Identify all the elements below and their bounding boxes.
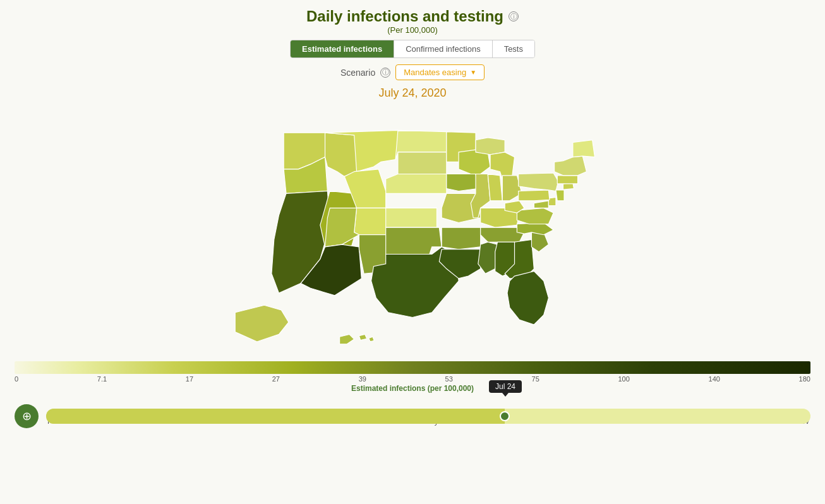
tab-estimated[interactable]: Estimated infections <box>291 40 394 57</box>
timeline-track-container: Jul 24 Feb Today Nov <box>46 400 810 432</box>
scale-label-7: 100 <box>618 375 629 383</box>
state-ny[interactable] <box>519 173 558 191</box>
timeline-progress <box>46 409 505 424</box>
scale-label-8: 140 <box>709 375 720 383</box>
date-label: July 24, 2020 <box>378 87 446 100</box>
state-me-nh-vt[interactable] <box>555 156 587 176</box>
state-hi-main[interactable] <box>340 334 354 344</box>
timeline-section: ⊕ Jul 24 Feb Today Nov <box>15 400 810 432</box>
timeline-handle[interactable] <box>500 411 510 421</box>
color-scale-bar <box>15 361 810 374</box>
state-nc[interactable] <box>517 222 553 234</box>
state-ut[interactable] <box>325 208 359 247</box>
state-ar[interactable] <box>442 227 481 249</box>
state-hi-2[interactable] <box>359 334 366 340</box>
tab-tests[interactable]: Tests <box>493 40 534 57</box>
scenario-label: Scenario <box>340 68 375 78</box>
tabs-row: Estimated infections Confirmed infection… <box>290 40 535 58</box>
scale-label-9: 180 <box>799 375 810 383</box>
state-me[interactable] <box>573 140 595 157</box>
state-hi-3[interactable] <box>369 337 374 342</box>
scale-label-1: 7.1 <box>97 375 107 383</box>
state-fl[interactable] <box>507 271 548 325</box>
state-ak[interactable] <box>235 305 289 342</box>
state-sd[interactable] <box>398 152 447 174</box>
scale-label-5: 53 <box>445 375 453 383</box>
subtitle: (Per 100,000) <box>306 25 519 35</box>
state-co[interactable] <box>354 208 388 234</box>
state-ma[interactable] <box>557 176 577 184</box>
state-md[interactable] <box>534 201 548 208</box>
page-container: Daily infections and testing ⓘ (Per 100,… <box>0 0 825 504</box>
timeline-track[interactable] <box>46 409 810 424</box>
state-mi-up[interactable] <box>476 138 505 155</box>
scale-label-0: 0 <box>15 375 18 383</box>
state-ia[interactable] <box>447 174 478 191</box>
state-id[interactable] <box>325 133 359 176</box>
scenario-row: Scenario ⓘ Mandates easing ▼ <box>340 64 485 80</box>
state-sc[interactable] <box>531 232 548 252</box>
chevron-down-icon: ▼ <box>470 69 476 76</box>
scale-label-2: 17 <box>186 375 193 383</box>
scenario-selected: Mandates easing <box>404 68 466 77</box>
scale-label-6: 75 <box>532 375 539 383</box>
state-ms[interactable] <box>478 242 498 273</box>
us-map <box>191 104 634 356</box>
scenario-info-icon[interactable]: ⓘ <box>380 68 390 78</box>
tab-confirmed[interactable]: Confirmed infections <box>394 40 493 57</box>
scale-label-4: 39 <box>359 375 366 383</box>
timeline-tooltip: Jul 24 <box>489 380 522 393</box>
page-title: Daily infections and testing <box>306 8 503 25</box>
state-ks[interactable] <box>386 208 437 227</box>
timeline-drag-button[interactable]: ⊕ <box>15 404 39 428</box>
title-section: Daily infections and testing ⓘ (Per 100,… <box>306 8 519 35</box>
color-scale-labels: 0 7.1 17 27 39 53 75 100 140 180 <box>15 375 810 383</box>
title-info-icon[interactable]: ⓘ <box>509 11 519 21</box>
state-nj[interactable] <box>556 190 564 201</box>
color-scale-section: 0 7.1 17 27 39 53 75 100 140 180 Estimat… <box>15 361 810 393</box>
scale-label-3: 27 <box>272 375 280 383</box>
state-ne[interactable] <box>386 174 447 194</box>
drag-icon: ⊕ <box>22 409 32 423</box>
state-pa[interactable] <box>519 190 550 201</box>
state-in[interactable] <box>488 174 502 201</box>
map-container <box>191 104 634 356</box>
state-va[interactable] <box>517 208 553 224</box>
scenario-dropdown[interactable]: Mandates easing ▼ <box>395 64 485 80</box>
color-scale-title: Estimated infections (per 100,000) <box>15 384 810 393</box>
state-ok[interactable] <box>386 227 442 254</box>
